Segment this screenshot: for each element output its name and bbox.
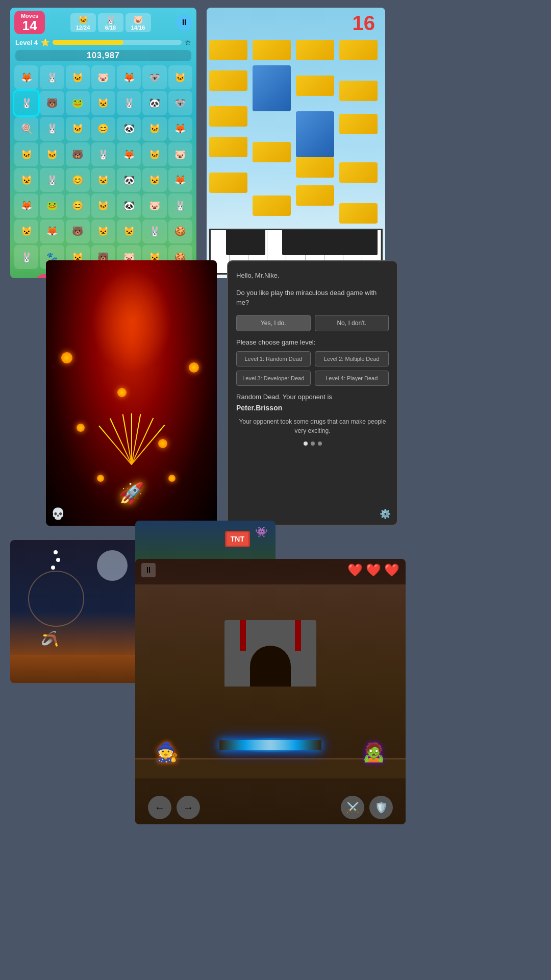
fighter-panel[interactable]: ⏸ ❤️ ❤️ ❤️ 🧙 🧟 ← → — [135, 559, 406, 824]
level1-button[interactable]: Level 1: Random Dead — [236, 351, 311, 366]
grid-cell-4[interactable]: 🦊 — [117, 65, 141, 89]
fight-header: ⏸ ❤️ ❤️ ❤️ — [135, 559, 406, 581]
attack-button[interactable]: ⚔️ — [341, 796, 364, 819]
grid-cell-14[interactable]: 🍭 — [14, 117, 38, 141]
pause-button[interactable]: ⏸ — [176, 14, 192, 31]
grid-cell-45[interactable]: 🐱 — [91, 219, 115, 243]
level3-button[interactable]: Level 3: Developer Dead — [236, 371, 311, 386]
grid-cell-34[interactable]: 🦊 — [168, 168, 192, 192]
pause-icon: ⏸ — [144, 566, 153, 575]
piano-tile-12[interactable] — [253, 142, 291, 162]
grid-cell-17[interactable]: 😊 — [91, 117, 115, 141]
black-key-0[interactable] — [226, 230, 246, 255]
grid-cell-44[interactable]: 🐻 — [66, 219, 90, 243]
piano-tile-8[interactable] — [296, 111, 334, 157]
piano-tile-16[interactable] — [296, 185, 334, 206]
grid-cell-48[interactable]: 🍪 — [168, 219, 192, 243]
shooter-panel[interactable]: 🚀 💀 — [46, 260, 217, 526]
gear-icon[interactable]: ⚙️ — [380, 508, 391, 520]
nav-right-button[interactable]: → — [177, 796, 200, 819]
grid-cell-16[interactable]: 🐱 — [66, 117, 90, 141]
piano-tile-13[interactable] — [296, 157, 334, 178]
slingshot-panel[interactable]: 🪃 — [10, 540, 143, 683]
black-key-5[interactable] — [339, 230, 359, 255]
grid-cell-38[interactable]: 🐱 — [91, 193, 115, 217]
btn-yes[interactable]: Yes, I do. — [236, 315, 311, 331]
black-key-6[interactable] — [357, 230, 378, 255]
grid-cell-22[interactable]: 🐱 — [40, 142, 64, 166]
btn-no[interactable]: No, I don't. — [315, 315, 389, 331]
piano-tile-0[interactable] — [209, 40, 247, 60]
piano-tile-14[interactable] — [339, 162, 378, 183]
grid-cell-37[interactable]: 😊 — [66, 193, 90, 217]
grid-cell-2[interactable]: 🐱 — [66, 65, 90, 89]
grid-cell-6[interactable]: 🐱 — [168, 65, 192, 89]
grid-cell-5[interactable]: 🐨 — [142, 65, 166, 89]
grid-cell-3[interactable]: 🐷 — [91, 65, 115, 89]
grid-cell-12[interactable]: 🐼 — [142, 91, 166, 115]
grid-cell-27[interactable]: 🐷 — [168, 142, 192, 166]
piano-tile-15[interactable] — [209, 173, 247, 193]
piano-tile-3[interactable] — [339, 40, 378, 60]
nav-left-button[interactable]: ← — [148, 796, 171, 819]
grid-cell-21[interactable]: 🐱 — [14, 142, 38, 166]
black-key-1[interactable] — [245, 230, 265, 255]
piano-tile-7[interactable] — [339, 81, 378, 101]
grid-cell-32[interactable]: 🐼 — [117, 168, 141, 192]
piano-tile-11[interactable] — [209, 137, 247, 157]
tiles-area[interactable] — [207, 35, 385, 229]
grid-cell-42[interactable]: 🐱 — [14, 219, 38, 243]
fight-pause-button[interactable]: ⏸ — [141, 563, 156, 577]
grid-cell-33[interactable]: 🐱 — [142, 168, 166, 192]
piano-tile-10[interactable] — [339, 114, 378, 134]
opponent-label: Random Dead. Your opponent is — [236, 393, 389, 401]
piano-tile-2[interactable] — [296, 40, 334, 60]
grid-cell-46[interactable]: 🐱 — [117, 219, 141, 243]
black-key-4[interactable] — [320, 230, 340, 255]
grid-cell-25[interactable]: 🦊 — [117, 142, 141, 166]
health-hearts: ❤️ ❤️ ❤️ — [347, 563, 399, 577]
grid-cell-31[interactable]: 🐱 — [91, 168, 115, 192]
grid-cell-9[interactable]: 🐸 — [66, 91, 90, 115]
grid-cell-49[interactable]: 🐰 — [14, 245, 38, 269]
grid-cell-19[interactable]: 🐱 — [142, 117, 166, 141]
grid-cell-29[interactable]: 🐰 — [40, 168, 64, 192]
grid-cell-40[interactable]: 🐷 — [142, 193, 166, 217]
grid-cell-10[interactable]: 🐱 — [91, 91, 115, 115]
grid-cell-41[interactable]: 🐰 — [168, 193, 192, 217]
grid-cell-15[interactable]: 🐰 — [40, 117, 64, 141]
grid-cell-36[interactable]: 🐸 — [40, 193, 64, 217]
game-grid[interactable]: 🦊🐰🐱🐷🦊🐨🐱🐰🐻🐸🐱🐰🐼🐨🍭🐰🐱😊🐼🐱🦊🐱🐱🐻🐰🦊🐱🐷🐱🐰😊🐱🐼🐱🦊🦊🐸😊🐱🐼… — [10, 63, 196, 271]
piano-tile-4[interactable] — [253, 65, 291, 111]
grid-cell-47[interactable]: 🐰 — [142, 219, 166, 243]
grid-cell-8[interactable]: 🐻 — [40, 91, 64, 115]
piano-tile-18[interactable] — [339, 203, 378, 224]
grid-cell-13[interactable]: 🐨 — [168, 91, 192, 115]
piano-tile-17[interactable] — [253, 195, 291, 216]
piano-tile-9[interactable] — [209, 106, 247, 127]
dialog-panel: Hello, Mr.Nike. Do you like play the mir… — [227, 260, 398, 526]
grid-cell-28[interactable]: 🐱 — [14, 168, 38, 192]
level4-button[interactable]: Level 4: Player Dead — [315, 371, 389, 386]
shield-button[interactable]: 🛡️ — [369, 796, 393, 819]
black-key-3[interactable] — [301, 230, 321, 255]
level-prompt: Please choose game level: — [236, 338, 389, 346]
piano-tile-1[interactable] — [253, 40, 291, 60]
piano-tile-5[interactable] — [209, 70, 247, 91]
grid-cell-18[interactable]: 🐼 — [117, 117, 141, 141]
grid-cell-11[interactable]: 🐰 — [117, 91, 141, 115]
black-key-2[interactable] — [282, 230, 303, 255]
grid-cell-20[interactable]: 🦊 — [168, 117, 192, 141]
grid-cell-7[interactable]: 🐰 — [14, 91, 38, 115]
grid-cell-39[interactable]: 🐼 — [117, 193, 141, 217]
grid-cell-43[interactable]: 🦊 — [40, 219, 64, 243]
grid-cell-30[interactable]: 😊 — [66, 168, 90, 192]
grid-cell-23[interactable]: 🐻 — [66, 142, 90, 166]
level2-button[interactable]: Level 2: Multiple Dead — [315, 351, 389, 366]
grid-cell-35[interactable]: 🦊 — [14, 193, 38, 217]
grid-cell-1[interactable]: 🐰 — [40, 65, 64, 89]
grid-cell-24[interactable]: 🐰 — [91, 142, 115, 166]
grid-cell-26[interactable]: 🐱 — [142, 142, 166, 166]
grid-cell-0[interactable]: 🦊 — [14, 65, 38, 89]
piano-tile-6[interactable] — [296, 76, 334, 96]
